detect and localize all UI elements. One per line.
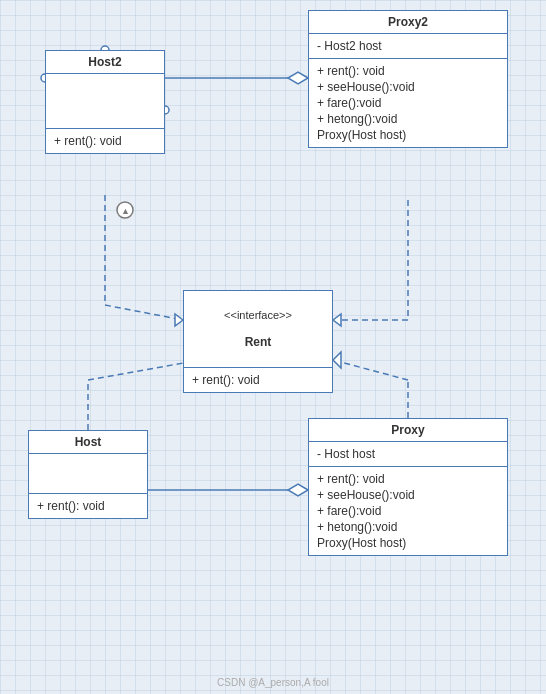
rent-methods-section: + rent(): void (184, 368, 332, 392)
proxy-title: Proxy (309, 419, 507, 442)
svg-marker-4 (175, 314, 183, 326)
proxy2-box: Proxy2 - Host2 host + rent(): void + see… (308, 10, 508, 148)
proxy-constructor: Proxy(Host host) (317, 535, 499, 551)
host2-title: Host2 (46, 51, 164, 74)
rent-interface-label: <<interface>> (192, 309, 324, 321)
proxy-box: Proxy - Host host + rent(): void + seeHo… (308, 418, 508, 556)
proxy-host: - Host host (317, 446, 499, 462)
svg-marker-15 (288, 484, 308, 496)
host-fields-section (29, 454, 147, 494)
host-title: Host (29, 431, 147, 454)
host-methods-section: + rent(): void (29, 494, 147, 518)
rent-rent: + rent(): void (192, 372, 324, 388)
host2-methods-section: + rent(): void (46, 129, 164, 153)
rent-class-label: Rent (192, 335, 324, 349)
proxy2-seehouse: + seeHouse():void (317, 79, 499, 95)
proxy2-constructor: Proxy(Host host) (317, 127, 499, 143)
proxy-rent: + rent(): void (317, 471, 499, 487)
host2-box: Host2 + rent(): void (45, 50, 165, 154)
svg-marker-13 (333, 352, 341, 368)
proxy2-fields-section: - Host2 host (309, 34, 507, 59)
proxy2-host2: - Host2 host (317, 38, 499, 54)
proxy-fare: + fare():void (317, 503, 499, 519)
proxy-hetong: + hetong():void (317, 519, 499, 535)
svg-point-20 (117, 202, 133, 218)
proxy2-title: Proxy2 (309, 11, 507, 34)
host-box: Host + rent(): void (28, 430, 148, 519)
host2-rent: + rent(): void (54, 133, 156, 149)
svg-line-12 (333, 360, 408, 380)
host-rent: + rent(): void (37, 498, 139, 514)
proxy2-hetong: + hetong():void (317, 111, 499, 127)
proxy-methods-section: + rent(): void + seeHouse():void + fare(… (309, 467, 507, 555)
svg-marker-1 (288, 72, 308, 84)
proxy2-methods-section: + rent(): void + seeHouse():void + fare(… (309, 59, 507, 147)
proxy2-rent: + rent(): void (317, 63, 499, 79)
watermark: CSDN @A_person,A fool (217, 677, 329, 688)
uml-canvas: ▲ Host2 + rent(): void Proxy2 - Host2 ho… (0, 0, 546, 694)
rent-title: <<interface>> Rent (184, 291, 332, 368)
proxy-seehouse: + seeHouse():void (317, 487, 499, 503)
host2-fields-section (46, 74, 164, 129)
proxy-fields-section: - Host host (309, 442, 507, 467)
rent-box: <<interface>> Rent + rent(): void (183, 290, 333, 393)
proxy2-fare: + fare():void (317, 95, 499, 111)
svg-text:▲: ▲ (121, 206, 130, 216)
svg-marker-7 (333, 314, 341, 326)
svg-line-3 (105, 305, 183, 320)
